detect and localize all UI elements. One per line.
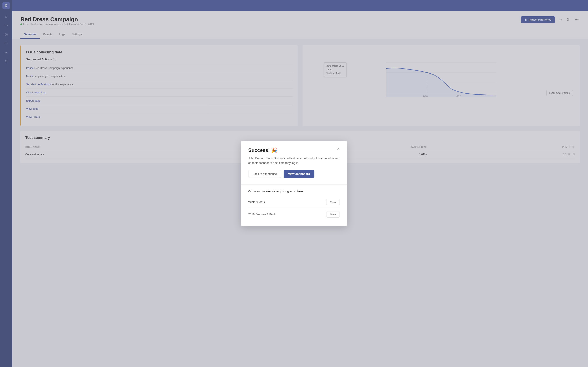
modal-overlay[interactable]: × Success! 🎉 John Doe and Jane Doe was n…	[0, 0, 588, 367]
experience-row-winter-coats: Winter Coats View	[248, 196, 340, 208]
modal-actions: Back to experience View dashboard	[248, 170, 340, 179]
experience-row-brogues: 2019 Brogues £10 off View	[248, 208, 340, 220]
view-brogues-button[interactable]: View	[326, 211, 340, 217]
experience-name: Winter Coats	[248, 200, 265, 204]
modal-title: Success! 🎉	[248, 147, 340, 153]
view-dashboard-button[interactable]: View dashboard	[284, 170, 314, 178]
view-winter-coats-button[interactable]: View	[326, 199, 340, 205]
back-to-experience-button[interactable]: Back to experience	[248, 170, 281, 178]
modal-body: × Success! 🎉 John Doe and Jane Doe was n…	[241, 141, 347, 184]
modal-message: John Doe and Jane Doe was notified via e…	[248, 156, 340, 165]
modal-close-button[interactable]: ×	[337, 147, 340, 151]
other-experiences-title: Other experiences requiring attention	[248, 189, 340, 193]
success-modal: × Success! 🎉 John Doe and Jane Doe was n…	[241, 141, 347, 226]
experience-name: 2019 Brogues £10 off	[248, 213, 276, 216]
modal-other-experiences: Other experiences requiring attention Wi…	[241, 184, 347, 226]
